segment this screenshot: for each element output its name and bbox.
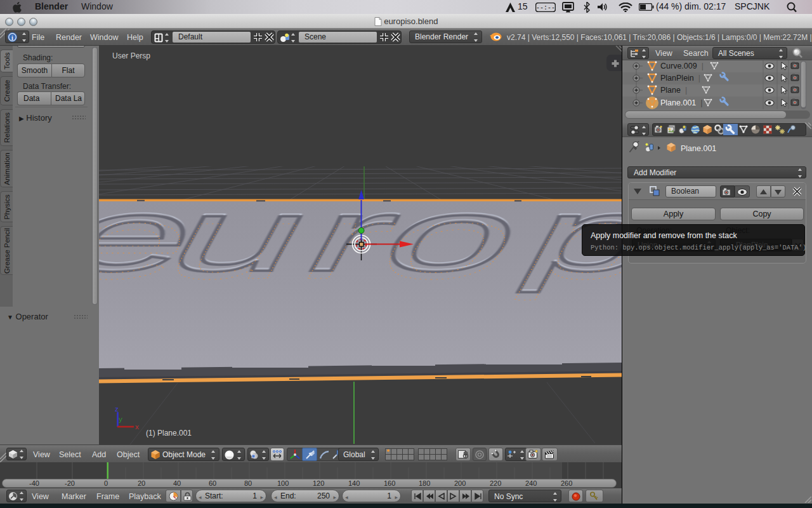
svg-text:--:--: --:-- — [536, 4, 555, 11]
svg-text:(1) Plane.001: (1) Plane.001 — [146, 429, 192, 438]
svg-text:i: i — [11, 34, 13, 41]
svg-text:User Persp: User Persp — [112, 51, 150, 60]
svg-text:x: x — [135, 423, 139, 431]
svg-text:z: z — [115, 405, 119, 413]
svg-text:y: y — [119, 415, 122, 423]
svg-text:Plane.001: Plane.001 — [681, 144, 716, 153]
